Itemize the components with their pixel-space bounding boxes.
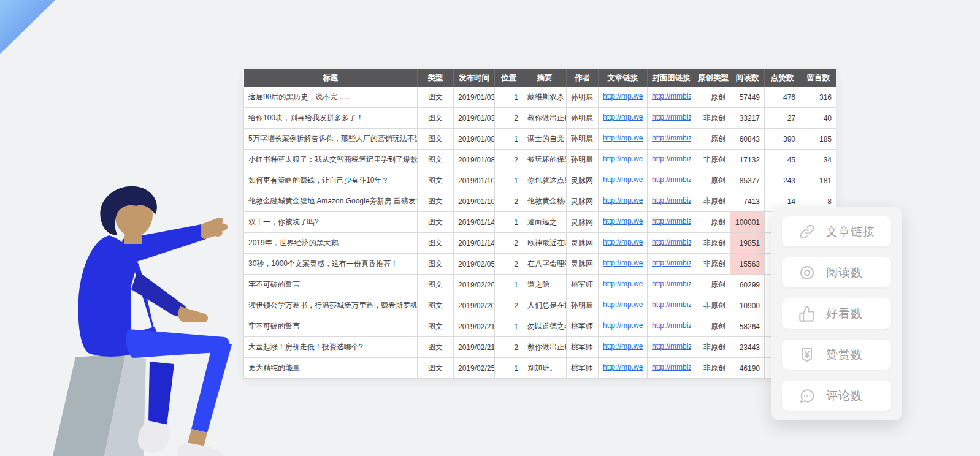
cell-article-link: http://mp.weix [599,358,648,379]
cover-link[interactable]: http://mmbiz.c [652,113,691,121]
article-link[interactable]: http://mp.weix [603,342,643,351]
eye-icon [798,264,816,282]
cover-link[interactable]: http://mmbiz.c [652,363,691,371]
cell-date: 2019/01/08 [454,129,495,150]
panel-item-article-link[interactable]: 文章链接 [782,216,891,246]
cover-link[interactable]: http://mmbiz.c [652,321,691,330]
article-link[interactable]: http://mp.weix [603,238,643,246]
article-link[interactable]: http://mp.weix [603,300,643,309]
cell-title: 大盘起涨！房价走低！投资选哪个? [244,337,418,358]
cell-cover-link: http://mmbiz.c [648,295,695,316]
column-header: 类型 [418,69,454,87]
cell-likes: 390 [765,129,800,150]
cover-link[interactable]: http://mmbiz.c [652,238,691,246]
cell-article-link: http://mp.weix [599,170,648,191]
cell-position: 1 [495,170,523,191]
cell-date: 2019/02/20 [454,295,495,316]
cell-position: 2 [495,191,523,212]
cell-cover-link: http://mmbiz.c [648,233,695,254]
cell-date: 2019/01/10 [454,191,495,212]
panel-item-like-count[interactable]: 好看数 [782,298,891,329]
cell-original-type: 原创 [695,170,730,191]
cover-link[interactable]: http://mmbiz.c [652,217,691,226]
cell-position: 2 [495,254,523,275]
cell-position: 2 [495,150,523,170]
table-row: 牢不可破的誓言图文2019/02/211勿以道德之名桃军师http://mp.w… [244,316,836,337]
cell-position: 1 [495,358,523,379]
article-link[interactable]: http://mp.weix [603,196,643,205]
panel-item-label: 赞赏数 [826,347,863,363]
panel-item-label: 文章链接 [826,224,875,240]
cell-author: 孙明展 [567,87,599,108]
article-link[interactable]: http://mp.weix [603,363,643,371]
article-link[interactable]: http://mp.weix [603,154,643,163]
article-link[interactable]: http://mp.weix [603,259,643,267]
column-header: 原创类型 [695,69,730,87]
cell-position: 1 [495,87,523,108]
cell-author: 桃军师 [567,358,599,379]
panel-item-reward-count[interactable]: 赞赏数 [782,340,891,370]
cell-author: 灵脉网 [567,212,599,233]
person-far-leg [148,362,174,425]
cover-link[interactable]: http://mmbiz.c [652,175,691,184]
panel-item-comment-count[interactable]: 评论数 [782,381,891,411]
cell-summary: 欧神最近在吐 [523,233,567,254]
cell-likes: 27 [765,108,800,129]
article-link[interactable]: http://mp.weix [603,175,643,184]
cell-reads: 46190 [730,358,765,379]
table-row: 5万字增长案例拆解告诉你，那些大厂的营销玩法不过如图文2019/01/081谋士… [244,129,836,150]
cover-link[interactable]: http://mmbiz.c [652,196,691,205]
cover-link[interactable]: http://mmbiz.c [652,300,691,309]
column-header: 点赞数 [765,69,800,87]
column-header: 位置 [495,69,523,87]
cell-date: 2019/02/21 [454,337,495,358]
cell-title: 小红书种草太狠了：我从交智商税笔记里学到了爆款套 [244,150,418,170]
cell-title: 更为精纯的能量 [244,358,418,379]
cell-cover-link: http://mmbiz.c [648,170,695,191]
comment-dots-icon [798,387,816,405]
article-link[interactable]: http://mp.weix [603,92,643,101]
cell-reads: 60843 [730,129,765,150]
table-row: 牢不可破的誓言图文2019/02/201道之隐桃军师http://mp.weix… [244,275,836,295]
cell-original-type: 非原创 [695,254,730,275]
cell-original-type: 非原创 [695,233,730,254]
page: 标题类型发布时间位置摘要作者文章链接封面图链接原创类型阅读数点赞数留言数 这届9… [0,0,980,456]
cover-link[interactable]: http://mmbiz.c [652,342,691,351]
cell-summary: 教你做出正确 [523,337,567,358]
article-link[interactable]: http://mp.weix [603,321,643,330]
cell-original-type: 原创 [695,275,730,295]
cell-type: 图文 [418,150,454,170]
cell-article-link: http://mp.weix [599,295,648,316]
cell-author: 桃军师 [567,316,599,337]
cell-date: 2019/02/21 [454,316,495,337]
cell-summary: 在八字命理学 [523,254,567,275]
column-header: 发布时间 [454,69,495,87]
cell-article-link: http://mp.weix [599,212,648,233]
table-row: 读伊顿公学万卷书，行温莎城堡万里路，赚希斯罗机场图文2019/02/202人们总… [244,295,836,316]
cell-article-link: http://mp.weix [599,337,648,358]
cell-comments: 40 [800,108,836,129]
cover-link[interactable]: http://mmbiz.c [652,134,691,142]
cell-reads: 15563 [730,254,765,275]
cover-link[interactable]: http://mmbiz.c [652,92,691,101]
table-row: 更为精纯的能量图文2019/02/251别加班。桃军师http://mp.wei… [244,358,836,379]
article-link[interactable]: http://mp.weix [603,217,643,226]
cell-article-link: http://mp.weix [599,275,648,295]
column-header: 摘要 [523,69,567,87]
cover-link[interactable]: http://mmbiz.c [652,259,691,267]
table-row: 2019年，世界经济的黑天鹅图文2019/01/142欧神最近在吐灵脉网http… [244,233,836,254]
panel-item-read-count[interactable]: 阅读数 [782,257,891,287]
article-link[interactable]: http://mp.weix [603,134,643,142]
cell-summary: 谋士的自觉 [523,129,567,150]
cover-link[interactable]: http://mmbiz.c [652,154,691,163]
cell-reads: 17132 [730,150,765,170]
cover-link[interactable]: http://mmbiz.c [652,279,691,288]
cell-author: 孙明展 [567,150,599,170]
cell-reads: 58264 [730,316,765,337]
cell-position: 1 [495,275,523,295]
article-link[interactable]: http://mp.weix [603,279,643,288]
person-pointing-hand [201,218,228,239]
table-row: 这届90后的黑历史，说不完......图文2019/01/031戴维斯双杀孙明展… [244,87,836,108]
cell-title: 30秒，1000个文案灵感，这有一份真香推荐！ [244,254,418,275]
article-link[interactable]: http://mp.weix [603,113,643,121]
